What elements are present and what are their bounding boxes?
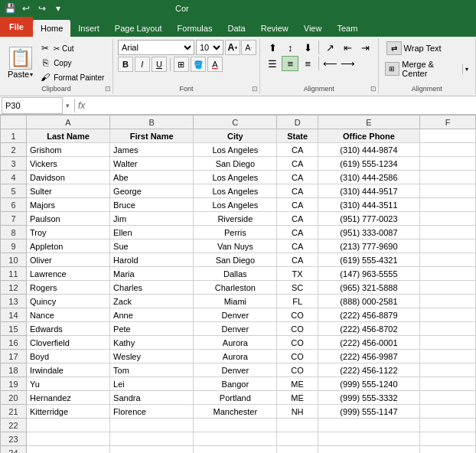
cell-r10-c5[interactable]: (619) 555-4321: [318, 253, 419, 267]
cell-r21-c5[interactable]: (999) 555-1147: [318, 405, 419, 419]
tab-formulas[interactable]: Formulas: [170, 20, 220, 37]
cut-button[interactable]: ✂ ✂ Cut: [37, 41, 106, 55]
cell-r6-c3[interactable]: Los Angeles: [194, 198, 277, 212]
cell-r21-c6[interactable]: [420, 405, 476, 419]
cell-r16-c5[interactable]: (222) 456-0001: [318, 336, 419, 350]
row-header-10[interactable]: 10: [1, 253, 27, 267]
font-expand-icon[interactable]: ⊡: [252, 85, 258, 93]
cell-r6-c6[interactable]: [420, 198, 476, 212]
cell-r14-c2[interactable]: Anne: [110, 308, 194, 322]
cell-r23-c6[interactable]: [420, 432, 476, 446]
cell-r11-c1[interactable]: Lawrence: [26, 267, 109, 281]
cell-r24-c4[interactable]: [277, 446, 318, 454]
cell-r21-c4[interactable]: NH: [277, 405, 318, 419]
tab-view[interactable]: View: [296, 20, 330, 37]
cell-r19-c5[interactable]: (999) 555-1240: [318, 377, 419, 391]
cell-r17-c3[interactable]: Aurora: [194, 350, 277, 363]
row-header-12[interactable]: 12: [1, 281, 27, 295]
cell-r3-c6[interactable]: [420, 157, 476, 171]
cell-r3-c3[interactable]: San Diego: [194, 157, 277, 171]
col-header-f[interactable]: F: [420, 116, 476, 129]
cell-r9-c2[interactable]: Sue: [110, 240, 194, 253]
cell-r3-c4[interactable]: CA: [277, 157, 318, 171]
cell-r24-c2[interactable]: [110, 446, 194, 454]
bold-button[interactable]: B: [118, 57, 133, 72]
cell-r7-c5[interactable]: (951) 777-0023: [318, 212, 419, 226]
cell-r3-c1[interactable]: Vickers: [26, 157, 109, 171]
increase-font-button[interactable]: A+: [225, 40, 240, 55]
cell-r7-c3[interactable]: Riverside: [194, 212, 277, 226]
cell-r13-c5[interactable]: (888) 000-2581: [318, 295, 419, 308]
cell-r12-c1[interactable]: Rogers: [26, 281, 109, 295]
row-header-7[interactable]: 7: [1, 212, 27, 226]
cell-r19-c3[interactable]: Bangor: [194, 377, 277, 391]
cell-r18-c6[interactable]: [420, 363, 476, 377]
row-header-8[interactable]: 8: [1, 226, 27, 240]
cell-r2-c5[interactable]: (310) 444-9874: [318, 143, 419, 157]
cell-r10-c3[interactable]: San Diego: [194, 253, 277, 267]
dropdown-icon[interactable]: ▾: [51, 2, 65, 15]
cell-r21-c2[interactable]: Florence: [110, 405, 194, 419]
tab-review[interactable]: Review: [253, 20, 296, 37]
cell-r11-c3[interactable]: Dallas: [194, 267, 277, 281]
cell-r14-c5[interactable]: (222) 456-8879: [318, 308, 419, 322]
cell-r18-c2[interactable]: Tom: [110, 363, 194, 377]
cell-r16-c6[interactable]: [420, 336, 476, 350]
cell-r22-c3[interactable]: [194, 419, 277, 432]
cell-r6-c2[interactable]: Bruce: [110, 198, 194, 212]
paste-dropdown-arrow[interactable]: ▾: [30, 71, 33, 78]
cell-r22-c6[interactable]: [420, 419, 476, 432]
cell-r8-c1[interactable]: Troy: [26, 226, 109, 240]
increase-indent-button[interactable]: ⟶: [339, 56, 356, 71]
cell-r7-c6[interactable]: [420, 212, 476, 226]
cell-r1-c3[interactable]: City: [194, 129, 277, 143]
cell-r23-c5[interactable]: [318, 432, 419, 446]
cell-r12-c5[interactable]: (965) 321-5888: [318, 281, 419, 295]
row-header-1[interactable]: 1: [1, 129, 27, 143]
cell-r3-c5[interactable]: (619) 555-1234: [318, 157, 419, 171]
cell-r15-c4[interactable]: CO: [277, 322, 318, 336]
row-header-4[interactable]: 4: [1, 171, 27, 184]
orientation-button[interactable]: ↗: [321, 40, 338, 55]
cell-r24-c5[interactable]: [318, 446, 419, 454]
cell-r1-c1[interactable]: Last Name: [26, 129, 109, 143]
cell-r14-c6[interactable]: [420, 308, 476, 322]
align-left-button[interactable]: ☰: [264, 56, 281, 71]
cell-r6-c4[interactable]: CA: [277, 198, 318, 212]
paste-icon[interactable]: 📋: [9, 47, 32, 70]
cell-r9-c1[interactable]: Appleton: [26, 240, 109, 253]
cell-r4-c6[interactable]: [420, 171, 476, 184]
cell-r8-c4[interactable]: CA: [277, 226, 318, 240]
row-header-14[interactable]: 14: [1, 308, 27, 322]
cell-r15-c5[interactable]: (222) 456-8702: [318, 322, 419, 336]
cell-r17-c4[interactable]: CO: [277, 350, 318, 363]
cell-r11-c6[interactable]: [420, 267, 476, 281]
cell-r17-c2[interactable]: Wesley: [110, 350, 194, 363]
tab-page-layout[interactable]: Page Layout: [107, 20, 170, 37]
cell-r19-c6[interactable]: [420, 377, 476, 391]
cell-r24-c3[interactable]: [194, 446, 277, 454]
cell-r12-c6[interactable]: [420, 281, 476, 295]
cell-r10-c4[interactable]: CA: [277, 253, 318, 267]
row-header-20[interactable]: 20: [1, 391, 27, 405]
cell-r7-c1[interactable]: Paulson: [26, 212, 109, 226]
cell-r12-c3[interactable]: Charleston: [194, 281, 277, 295]
align-top-button[interactable]: ⬆: [264, 40, 281, 55]
font-name-select[interactable]: Arial: [118, 40, 194, 55]
row-header-18[interactable]: 18: [1, 363, 27, 377]
row-header-6[interactable]: 6: [1, 198, 27, 212]
cell-r16-c4[interactable]: CO: [277, 336, 318, 350]
cell-r5-c5[interactable]: (310) 444-9517: [318, 184, 419, 198]
col-header-e[interactable]: E: [318, 116, 419, 129]
cell-r10-c1[interactable]: Oliver: [26, 253, 109, 267]
decrease-font-button[interactable]: A-: [241, 40, 256, 55]
cell-r17-c6[interactable]: [420, 350, 476, 363]
tab-team[interactable]: Team: [329, 20, 365, 37]
cell-r18-c4[interactable]: CO: [277, 363, 318, 377]
cell-r22-c5[interactable]: [318, 419, 419, 432]
fill-color-button[interactable]: 🪣: [191, 57, 206, 72]
cell-r20-c4[interactable]: ME: [277, 391, 318, 405]
cell-r19-c2[interactable]: Lei: [110, 377, 194, 391]
align-bottom-button[interactable]: ⬇: [299, 40, 316, 55]
row-header-3[interactable]: 3: [1, 157, 27, 171]
